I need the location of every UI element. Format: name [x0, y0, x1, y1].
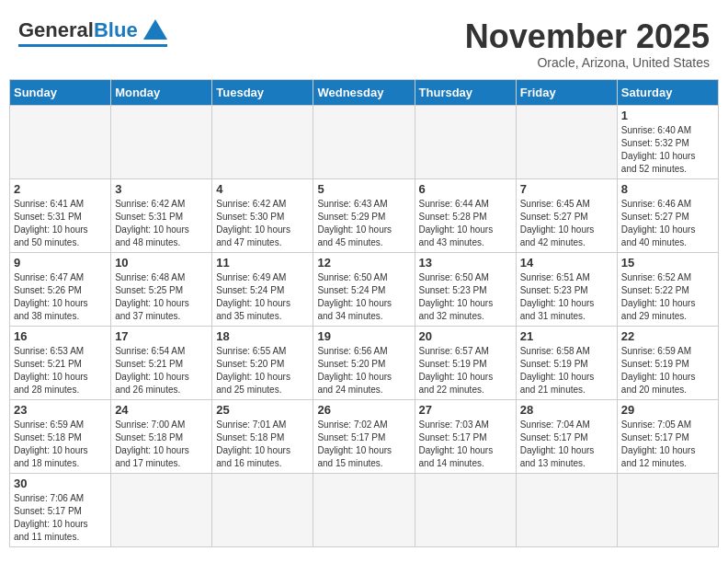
title-area: November 2025 Oracle, Arizona, United St… — [465, 18, 710, 70]
day-number: 28 — [520, 403, 613, 417]
calendar-cell: 5Sunrise: 6:43 AM Sunset: 5:29 PM Daylig… — [313, 178, 415, 252]
day-info: Sunrise: 6:42 AM Sunset: 5:31 PM Dayligh… — [115, 198, 208, 249]
day-info: Sunrise: 6:50 AM Sunset: 5:23 PM Dayligh… — [419, 271, 512, 323]
day-number: 2 — [14, 182, 107, 196]
calendar-cell: 9Sunrise: 6:47 AM Sunset: 5:26 PM Daylig… — [10, 252, 111, 326]
weekday-header-wednesday: Wednesday — [313, 79, 415, 105]
calendar-cell — [111, 473, 212, 546]
day-number: 18 — [216, 329, 309, 343]
calendar-cell: 4Sunrise: 6:42 AM Sunset: 5:30 PM Daylig… — [212, 178, 313, 252]
calendar-cell: 13Sunrise: 6:50 AM Sunset: 5:23 PM Dayli… — [415, 252, 516, 326]
day-number: 5 — [317, 182, 410, 196]
calendar-cell — [415, 105, 516, 178]
weekday-header-saturday: Saturday — [617, 79, 718, 105]
day-info: Sunrise: 6:55 AM Sunset: 5:20 PM Dayligh… — [216, 345, 309, 396]
logo: GeneralBlue — [18, 18, 167, 47]
day-number: 10 — [115, 256, 208, 270]
day-info: Sunrise: 6:56 AM Sunset: 5:20 PM Dayligh… — [317, 345, 410, 396]
day-info: Sunrise: 6:58 AM Sunset: 5:19 PM Dayligh… — [520, 345, 613, 396]
calendar-cell: 25Sunrise: 7:01 AM Sunset: 5:18 PM Dayli… — [212, 399, 313, 473]
day-number: 4 — [216, 182, 309, 196]
header-area: GeneralBlue November 2025 Oracle, Arizon… — [9, 9, 719, 75]
calendar-cell: 6Sunrise: 6:44 AM Sunset: 5:28 PM Daylig… — [415, 178, 516, 252]
calendar-cell: 3Sunrise: 6:42 AM Sunset: 5:31 PM Daylig… — [111, 178, 212, 252]
logo-blue: Blue — [94, 18, 138, 42]
day-info: Sunrise: 6:53 AM Sunset: 5:21 PM Dayligh… — [14, 345, 107, 396]
calendar-cell: 27Sunrise: 7:03 AM Sunset: 5:17 PM Dayli… — [415, 399, 516, 473]
calendar-cell: 14Sunrise: 6:51 AM Sunset: 5:23 PM Dayli… — [516, 252, 617, 326]
calendar-cell: 22Sunrise: 6:59 AM Sunset: 5:19 PM Dayli… — [617, 326, 718, 399]
calendar-cell: 12Sunrise: 6:50 AM Sunset: 5:24 PM Dayli… — [313, 252, 415, 326]
day-info: Sunrise: 7:01 AM Sunset: 5:18 PM Dayligh… — [216, 419, 309, 470]
calendar-cell — [516, 105, 617, 178]
calendar-cell: 23Sunrise: 6:59 AM Sunset: 5:18 PM Dayli… — [10, 399, 111, 473]
day-info: Sunrise: 6:40 AM Sunset: 5:32 PM Dayligh… — [621, 124, 714, 176]
day-info: Sunrise: 6:59 AM Sunset: 5:18 PM Dayligh… — [14, 419, 107, 470]
day-number: 6 — [419, 182, 512, 196]
calendar-cell: 28Sunrise: 7:04 AM Sunset: 5:17 PM Dayli… — [516, 399, 617, 473]
day-info: Sunrise: 7:06 AM Sunset: 5:17 PM Dayligh… — [14, 492, 107, 544]
calendar-cell: 29Sunrise: 7:05 AM Sunset: 5:17 PM Dayli… — [617, 399, 718, 473]
day-number: 27 — [419, 403, 512, 417]
month-title: November 2025 — [465, 18, 710, 55]
calendar-cell: 26Sunrise: 7:02 AM Sunset: 5:17 PM Dayli… — [313, 399, 415, 473]
location-title: Oracle, Arizona, United States — [465, 55, 710, 70]
calendar-row: 16Sunrise: 6:53 AM Sunset: 5:21 PM Dayli… — [10, 326, 719, 399]
day-number: 7 — [520, 182, 613, 196]
calendar-row: 2Sunrise: 6:41 AM Sunset: 5:31 PM Daylig… — [10, 178, 719, 252]
calendar-cell — [415, 473, 516, 546]
day-info: Sunrise: 6:49 AM Sunset: 5:24 PM Dayligh… — [216, 271, 309, 323]
day-info: Sunrise: 6:41 AM Sunset: 5:31 PM Dayligh… — [14, 198, 107, 249]
calendar-cell: 21Sunrise: 6:58 AM Sunset: 5:19 PM Dayli… — [516, 326, 617, 399]
day-info: Sunrise: 6:50 AM Sunset: 5:24 PM Dayligh… — [317, 271, 410, 323]
day-info: Sunrise: 6:45 AM Sunset: 5:27 PM Dayligh… — [520, 198, 613, 249]
day-number: 3 — [115, 182, 208, 196]
calendar-cell: 2Sunrise: 6:41 AM Sunset: 5:31 PM Daylig… — [10, 178, 111, 252]
day-number: 24 — [115, 403, 208, 417]
calendar-cell: 16Sunrise: 6:53 AM Sunset: 5:21 PM Dayli… — [10, 326, 111, 399]
day-info: Sunrise: 6:47 AM Sunset: 5:26 PM Dayligh… — [14, 271, 107, 323]
day-number: 26 — [317, 403, 410, 417]
day-number: 23 — [14, 403, 107, 417]
calendar-cell: 17Sunrise: 6:54 AM Sunset: 5:21 PM Dayli… — [111, 326, 212, 399]
day-info: Sunrise: 6:51 AM Sunset: 5:23 PM Dayligh… — [520, 271, 613, 323]
weekday-header-sunday: Sunday — [10, 79, 111, 105]
svg-marker-0 — [143, 19, 167, 40]
calendar-row: 1Sunrise: 6:40 AM Sunset: 5:32 PM Daylig… — [10, 105, 719, 178]
calendar-cell — [212, 105, 313, 178]
day-info: Sunrise: 6:46 AM Sunset: 5:27 PM Dayligh… — [621, 198, 714, 249]
calendar-cell: 24Sunrise: 7:00 AM Sunset: 5:18 PM Dayli… — [111, 399, 212, 473]
calendar-cell — [10, 105, 111, 178]
calendar-cell: 19Sunrise: 6:56 AM Sunset: 5:20 PM Dayli… — [313, 326, 415, 399]
calendar-cell — [516, 473, 617, 546]
calendar-cell: 11Sunrise: 6:49 AM Sunset: 5:24 PM Dayli… — [212, 252, 313, 326]
day-number: 25 — [216, 403, 309, 417]
day-info: Sunrise: 6:44 AM Sunset: 5:28 PM Dayligh… — [419, 198, 512, 249]
calendar-cell: 15Sunrise: 6:52 AM Sunset: 5:22 PM Dayli… — [617, 252, 718, 326]
logo-general: General — [18, 18, 94, 42]
day-info: Sunrise: 6:54 AM Sunset: 5:21 PM Dayligh… — [115, 345, 208, 396]
day-info: Sunrise: 6:57 AM Sunset: 5:19 PM Dayligh… — [419, 345, 512, 396]
day-info: Sunrise: 6:59 AM Sunset: 5:19 PM Dayligh… — [621, 345, 714, 396]
calendar-row: 30Sunrise: 7:06 AM Sunset: 5:17 PM Dayli… — [10, 473, 719, 546]
day-number: 22 — [621, 329, 714, 343]
day-info: Sunrise: 7:04 AM Sunset: 5:17 PM Dayligh… — [520, 419, 613, 470]
day-number: 11 — [216, 256, 309, 270]
day-number: 15 — [621, 256, 714, 270]
day-number: 14 — [520, 256, 613, 270]
day-info: Sunrise: 6:52 AM Sunset: 5:22 PM Dayligh… — [621, 271, 714, 323]
calendar-cell — [617, 473, 718, 546]
day-info: Sunrise: 7:00 AM Sunset: 5:18 PM Dayligh… — [115, 419, 208, 470]
day-number: 13 — [419, 256, 512, 270]
calendar-cell: 10Sunrise: 6:48 AM Sunset: 5:25 PM Dayli… — [111, 252, 212, 326]
day-info: Sunrise: 6:42 AM Sunset: 5:30 PM Dayligh… — [216, 198, 309, 249]
calendar-cell: 8Sunrise: 6:46 AM Sunset: 5:27 PM Daylig… — [617, 178, 718, 252]
day-number: 12 — [317, 256, 410, 270]
day-info: Sunrise: 7:03 AM Sunset: 5:17 PM Dayligh… — [419, 419, 512, 470]
calendar-cell — [313, 105, 415, 178]
calendar-cell: 30Sunrise: 7:06 AM Sunset: 5:17 PM Dayli… — [10, 473, 111, 546]
weekday-header-thursday: Thursday — [415, 79, 516, 105]
day-info: Sunrise: 7:05 AM Sunset: 5:17 PM Dayligh… — [621, 419, 714, 470]
day-number: 16 — [14, 329, 107, 343]
calendar-header-row: SundayMondayTuesdayWednesdayThursdayFrid… — [10, 79, 719, 105]
